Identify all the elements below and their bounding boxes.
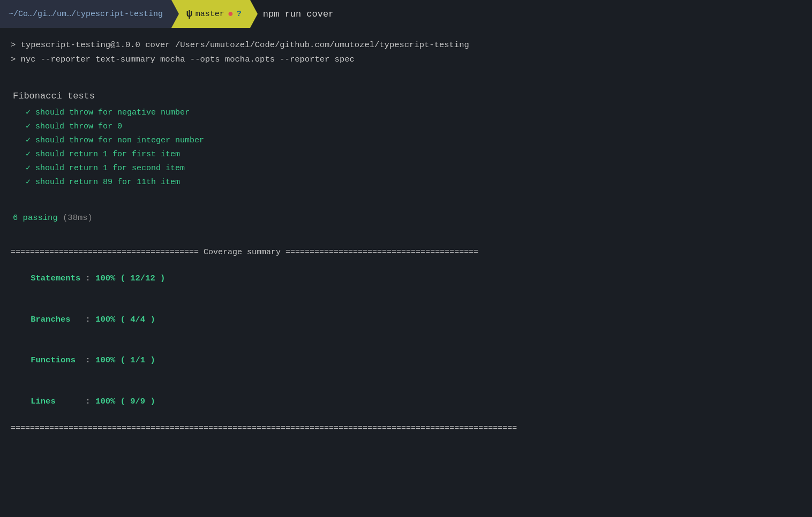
coverage-row-branches: Branches : 100% ( 4/4 ) (11, 300, 801, 339)
coverage-detail-2: ( 4/4 ) (115, 315, 155, 324)
terminal-body: > typescript-testing@1.0.0 cover /Users/… (0, 28, 812, 446)
branch-question: ? (237, 10, 242, 19)
coverage-sep-2: : (80, 315, 95, 324)
coverage-val-4: 100% (95, 397, 115, 406)
coverage-val-2: 100% (95, 315, 115, 324)
test-item: ✓ should return 1 for first item (26, 148, 801, 161)
coverage-detail-1: ( 12/12 ) (115, 273, 165, 283)
coverage-detail-3: ( 1/1 ) (115, 355, 155, 365)
title-bar: ~/Co…/gi…/um…/typescript-testing ψ maste… (0, 0, 812, 28)
coverage-label-lines: Lines (31, 397, 80, 406)
bottom-divider: ========================================… (11, 422, 801, 435)
path-segment: ~/Co…/gi…/um…/typescript-testing (0, 0, 171, 28)
test-item: ✓ should return 89 for 11th item (26, 176, 801, 189)
branch-segment: ψ master ● ? (171, 0, 250, 28)
test-suite-name: Fibonacci tests (13, 89, 801, 103)
coverage-sep-1: : (80, 273, 95, 283)
test-item: ✓ should throw for 0 (26, 120, 801, 133)
coverage-row-statements: Statements : 100% ( 12/12 ) (11, 259, 801, 299)
branch-dot: ● (228, 9, 234, 19)
test-list: ✓ should throw for negative number ✓ sho… (11, 107, 801, 189)
test-item: ✓ should throw for negative number (26, 107, 801, 119)
coverage-label-branches: Branches (31, 315, 80, 324)
command-text: npm run cover (250, 9, 812, 19)
path-label: ~/Co…/gi…/um…/typescript-testing (9, 10, 163, 19)
coverage-val-3: 100% (95, 355, 115, 365)
coverage-label-functions: Functions (31, 355, 80, 365)
coverage-row-functions: Functions : 100% ( 1/1 ) (11, 340, 801, 380)
test-item: ✓ should return 1 for second item (26, 162, 801, 175)
coverage-sep-3: : (80, 355, 95, 365)
test-item: ✓ should throw for non integer number (26, 134, 801, 147)
coverage-label-statements: Statements (31, 273, 80, 283)
branch-name: master (196, 10, 224, 19)
coverage-detail-4: ( 9/9 ) (115, 397, 155, 406)
coverage-row-lines: Lines : 100% ( 9/9 ) (11, 382, 801, 421)
coverage-sep-4: : (80, 397, 95, 406)
coverage-divider: ======================================= … (11, 246, 801, 259)
passing-text: 6 passing (13, 213, 58, 223)
passing-time-value: (38ms) (63, 213, 93, 223)
git-icon: ψ (186, 9, 192, 19)
cmd-line-2: > nyc --reporter text-summary mocha --op… (11, 53, 801, 66)
coverage-val-1: 100% (95, 273, 115, 283)
passing-line: 6 passing (38ms) (13, 211, 801, 225)
cmd-line-1: > typescript-testing@1.0.0 cover /Users/… (11, 39, 801, 52)
